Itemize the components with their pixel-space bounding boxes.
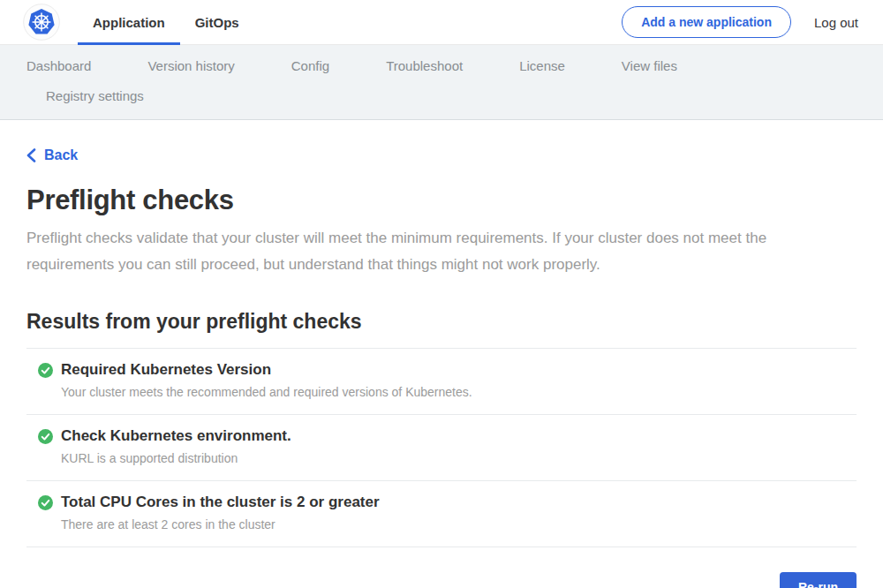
chevron-left-icon (26, 148, 36, 162)
rerun-button[interactable]: Re-run (780, 572, 857, 588)
primary-tabs: Application GitOps (78, 0, 254, 44)
check-title: Required Kubernetes Version (61, 361, 857, 379)
check-description: There are at least 2 cores in the cluste… (61, 517, 857, 531)
logout-link[interactable]: Log out (814, 15, 858, 30)
check-circle-icon (38, 363, 53, 378)
subnav-item-config[interactable]: Config (291, 57, 329, 75)
tab-application-label: Application (93, 15, 165, 30)
tab-gitops[interactable]: GitOps (180, 0, 254, 44)
check-description: Your cluster meets the recommended and r… (61, 385, 857, 399)
kubernetes-helm-icon (23, 4, 60, 41)
top-navbar: Application GitOps Add a new application… (0, 0, 883, 45)
preflight-result-row: Check Kubernetes environment. KURL is a … (26, 414, 857, 480)
results-heading: Results from your preflight checks (26, 310, 857, 334)
tab-application[interactable]: Application (78, 0, 180, 44)
check-description: KURL is a supported distribution (61, 451, 857, 465)
check-circle-icon (38, 429, 53, 444)
check-title: Total CPU Cores in the cluster is 2 or g… (61, 494, 857, 511)
app-subnav: Dashboard Version history Config Trouble… (0, 45, 883, 120)
check-circle-icon (38, 495, 53, 510)
add-new-application-button[interactable]: Add a new application (622, 6, 791, 38)
preflight-result-row: Required Kubernetes Version Your cluster… (26, 348, 857, 414)
preflight-result-row: Total CPU Cores in the cluster is 2 or g… (26, 480, 857, 547)
subnav-item-view-files[interactable]: View files (622, 57, 677, 75)
subnav-item-troubleshoot[interactable]: Troubleshoot (386, 57, 463, 75)
preflight-content: Back Preflight checks Preflight checks v… (26, 120, 857, 588)
tab-gitops-label: GitOps (195, 15, 239, 30)
page-description: Preflight checks validate that your clus… (26, 225, 834, 278)
subnav-item-version-history[interactable]: Version history (147, 57, 234, 75)
back-link[interactable]: Back (26, 147, 78, 163)
page-title: Preflight checks (26, 185, 857, 216)
subnav-item-license[interactable]: License (519, 57, 565, 75)
subnav-item-dashboard[interactable]: Dashboard (26, 57, 91, 75)
kubernetes-logo (23, 0, 60, 44)
subnav-item-registry-settings[interactable]: Registry settings (46, 87, 144, 105)
check-title: Check Kubernetes environment. (61, 427, 857, 445)
back-link-label: Back (44, 147, 78, 163)
preflight-results-list: Required Kubernetes Version Your cluster… (26, 348, 857, 547)
